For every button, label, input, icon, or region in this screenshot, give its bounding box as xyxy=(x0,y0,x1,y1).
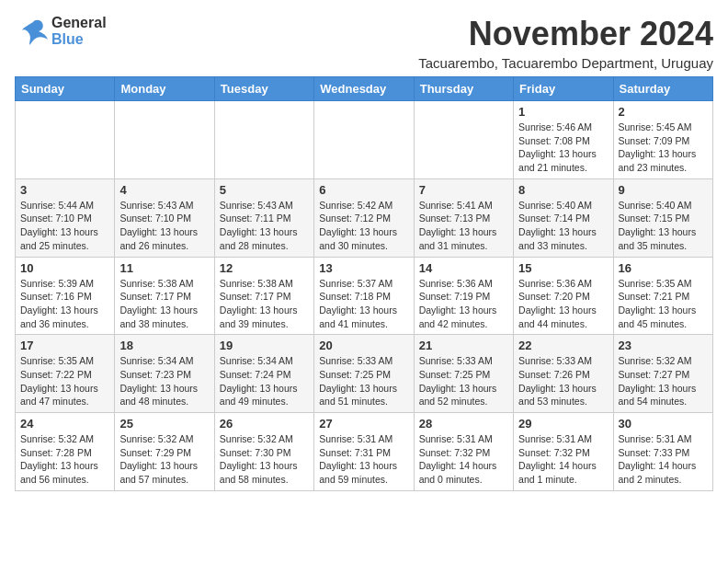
calendar-cell: 14Sunrise: 5:36 AM Sunset: 7:19 PM Dayli… xyxy=(414,257,513,335)
calendar-cell: 5Sunrise: 5:43 AM Sunset: 7:11 PM Daylig… xyxy=(214,178,313,257)
calendar-cell: 9Sunrise: 5:40 AM Sunset: 7:15 PM Daylig… xyxy=(613,178,712,257)
week-row-3: 10Sunrise: 5:39 AM Sunset: 7:16 PM Dayli… xyxy=(16,257,713,335)
day-number: 17 xyxy=(20,339,109,352)
day-info: Sunrise: 5:35 AM Sunset: 7:22 PM Dayligh… xyxy=(20,354,109,408)
calendar-cell: 6Sunrise: 5:42 AM Sunset: 7:12 PM Daylig… xyxy=(314,178,414,257)
day-info: Sunrise: 5:43 AM Sunset: 7:11 PM Dayligh… xyxy=(220,199,309,253)
day-info: Sunrise: 5:44 AM Sunset: 7:10 PM Dayligh… xyxy=(20,199,109,253)
calendar-cell: 16Sunrise: 5:35 AM Sunset: 7:21 PM Dayli… xyxy=(613,257,712,335)
day-number: 3 xyxy=(20,183,109,197)
header: General Blue November 2024 Tacuarembo, T… xyxy=(15,15,713,71)
day-info: Sunrise: 5:33 AM Sunset: 7:25 PM Dayligh… xyxy=(319,354,408,408)
day-info: Sunrise: 5:34 AM Sunset: 7:24 PM Dayligh… xyxy=(220,354,309,408)
day-number: 22 xyxy=(518,339,608,352)
day-number: 23 xyxy=(619,339,708,352)
calendar-cell: 15Sunrise: 5:36 AM Sunset: 7:20 PM Dayli… xyxy=(514,257,613,335)
day-number: 25 xyxy=(119,417,209,431)
day-info: Sunrise: 5:43 AM Sunset: 7:10 PM Dayligh… xyxy=(119,199,209,253)
day-number: 11 xyxy=(119,261,209,275)
day-info: Sunrise: 5:40 AM Sunset: 7:14 PM Dayligh… xyxy=(518,199,608,253)
day-info: Sunrise: 5:38 AM Sunset: 7:17 PM Dayligh… xyxy=(119,277,209,331)
day-number: 2 xyxy=(619,105,708,119)
calendar-cell xyxy=(314,101,414,179)
calendar-cell: 27Sunrise: 5:31 AM Sunset: 7:31 PM Dayli… xyxy=(314,413,414,491)
calendar-cell: 28Sunrise: 5:31 AM Sunset: 7:32 PM Dayli… xyxy=(414,413,513,491)
calendar-cell: 25Sunrise: 5:32 AM Sunset: 7:29 PM Dayli… xyxy=(115,413,214,491)
calendar-cell: 11Sunrise: 5:38 AM Sunset: 7:17 PM Dayli… xyxy=(115,257,214,335)
calendar-cell: 2Sunrise: 5:45 AM Sunset: 7:09 PM Daylig… xyxy=(613,101,712,179)
day-info: Sunrise: 5:32 AM Sunset: 7:30 PM Dayligh… xyxy=(220,432,309,487)
logo-text: General Blue xyxy=(51,15,107,48)
day-number: 27 xyxy=(319,417,408,431)
day-header-wednesday: Wednesday xyxy=(314,77,414,101)
day-number: 12 xyxy=(220,261,309,275)
day-info: Sunrise: 5:31 AM Sunset: 7:33 PM Dayligh… xyxy=(619,432,708,487)
calendar-cell: 4Sunrise: 5:43 AM Sunset: 7:10 PM Daylig… xyxy=(115,178,214,257)
day-info: Sunrise: 5:31 AM Sunset: 7:32 PM Dayligh… xyxy=(518,432,608,487)
calendar-cell xyxy=(115,101,214,179)
day-number: 21 xyxy=(419,339,508,352)
day-info: Sunrise: 5:31 AM Sunset: 7:31 PM Dayligh… xyxy=(319,432,408,487)
day-info: Sunrise: 5:32 AM Sunset: 7:28 PM Dayligh… xyxy=(20,432,109,487)
day-info: Sunrise: 5:33 AM Sunset: 7:25 PM Dayligh… xyxy=(419,354,508,408)
calendar-cell: 26Sunrise: 5:32 AM Sunset: 7:30 PM Dayli… xyxy=(214,413,313,491)
day-info: Sunrise: 5:40 AM Sunset: 7:15 PM Dayligh… xyxy=(619,199,708,253)
day-info: Sunrise: 5:33 AM Sunset: 7:26 PM Dayligh… xyxy=(518,354,608,408)
day-header-friday: Friday xyxy=(514,77,613,101)
calendar-cell xyxy=(16,101,115,179)
calendar-cell: 23Sunrise: 5:32 AM Sunset: 7:27 PM Dayli… xyxy=(613,335,712,413)
week-row-2: 3Sunrise: 5:44 AM Sunset: 7:10 PM Daylig… xyxy=(16,178,713,257)
calendar-cell: 19Sunrise: 5:34 AM Sunset: 7:24 PM Dayli… xyxy=(214,335,313,413)
calendar-cell: 1Sunrise: 5:46 AM Sunset: 7:08 PM Daylig… xyxy=(514,101,613,179)
day-info: Sunrise: 5:32 AM Sunset: 7:27 PM Dayligh… xyxy=(619,354,708,408)
calendar-cell: 24Sunrise: 5:32 AM Sunset: 7:28 PM Dayli… xyxy=(16,413,115,491)
calendar-cell: 21Sunrise: 5:33 AM Sunset: 7:25 PM Dayli… xyxy=(414,335,513,413)
day-number: 5 xyxy=(220,183,309,197)
day-info: Sunrise: 5:42 AM Sunset: 7:12 PM Dayligh… xyxy=(319,199,408,253)
day-number: 6 xyxy=(319,183,408,197)
day-number: 8 xyxy=(518,183,608,197)
day-info: Sunrise: 5:34 AM Sunset: 7:23 PM Dayligh… xyxy=(119,354,209,408)
title-area: November 2024 Tacuarembo, Tacuarembo Dep… xyxy=(418,15,713,71)
calendar-cell: 20Sunrise: 5:33 AM Sunset: 7:25 PM Dayli… xyxy=(314,335,414,413)
calendar-cell: 3Sunrise: 5:44 AM Sunset: 7:10 PM Daylig… xyxy=(16,178,115,257)
day-info: Sunrise: 5:38 AM Sunset: 7:17 PM Dayligh… xyxy=(220,277,309,331)
day-info: Sunrise: 5:32 AM Sunset: 7:29 PM Dayligh… xyxy=(119,432,209,487)
day-header-saturday: Saturday xyxy=(613,77,712,101)
calendar-cell: 18Sunrise: 5:34 AM Sunset: 7:23 PM Dayli… xyxy=(115,335,214,413)
calendar-cell: 12Sunrise: 5:38 AM Sunset: 7:17 PM Dayli… xyxy=(214,257,313,335)
day-number: 7 xyxy=(419,183,508,197)
day-number: 14 xyxy=(419,261,508,275)
day-header-sunday: Sunday xyxy=(16,77,115,101)
day-info: Sunrise: 5:36 AM Sunset: 7:19 PM Dayligh… xyxy=(419,277,508,331)
day-header-tuesday: Tuesday xyxy=(214,77,313,101)
day-number: 9 xyxy=(619,183,708,197)
day-number: 19 xyxy=(220,339,309,352)
day-number: 15 xyxy=(518,261,608,275)
week-row-5: 24Sunrise: 5:32 AM Sunset: 7:28 PM Dayli… xyxy=(16,413,713,491)
day-info: Sunrise: 5:37 AM Sunset: 7:18 PM Dayligh… xyxy=(319,277,408,331)
day-number: 13 xyxy=(319,261,408,275)
day-number: 4 xyxy=(119,183,209,197)
day-number: 20 xyxy=(319,339,408,352)
days-header-row: SundayMondayTuesdayWednesdayThursdayFrid… xyxy=(16,77,713,101)
day-number: 10 xyxy=(20,261,109,275)
day-header-monday: Monday xyxy=(115,77,214,101)
day-info: Sunrise: 5:46 AM Sunset: 7:08 PM Dayligh… xyxy=(518,121,608,175)
calendar-cell: 17Sunrise: 5:35 AM Sunset: 7:22 PM Dayli… xyxy=(16,335,115,413)
day-number: 30 xyxy=(619,417,708,431)
day-number: 18 xyxy=(119,339,209,352)
day-header-thursday: Thursday xyxy=(414,77,513,101)
calendar-table: SundayMondayTuesdayWednesdayThursdayFrid… xyxy=(15,76,713,491)
logo-icon xyxy=(15,17,48,45)
day-info: Sunrise: 5:36 AM Sunset: 7:20 PM Dayligh… xyxy=(518,277,608,331)
week-row-1: 1Sunrise: 5:46 AM Sunset: 7:08 PM Daylig… xyxy=(16,101,713,179)
day-number: 29 xyxy=(518,417,608,431)
calendar-cell: 13Sunrise: 5:37 AM Sunset: 7:18 PM Dayli… xyxy=(314,257,414,335)
logo: General Blue xyxy=(15,15,107,48)
calendar-cell: 30Sunrise: 5:31 AM Sunset: 7:33 PM Dayli… xyxy=(613,413,712,491)
calendar-cell: 10Sunrise: 5:39 AM Sunset: 7:16 PM Dayli… xyxy=(16,257,115,335)
day-info: Sunrise: 5:35 AM Sunset: 7:21 PM Dayligh… xyxy=(619,277,708,331)
calendar-cell: 7Sunrise: 5:41 AM Sunset: 7:13 PM Daylig… xyxy=(414,178,513,257)
calendar-cell xyxy=(414,101,513,179)
